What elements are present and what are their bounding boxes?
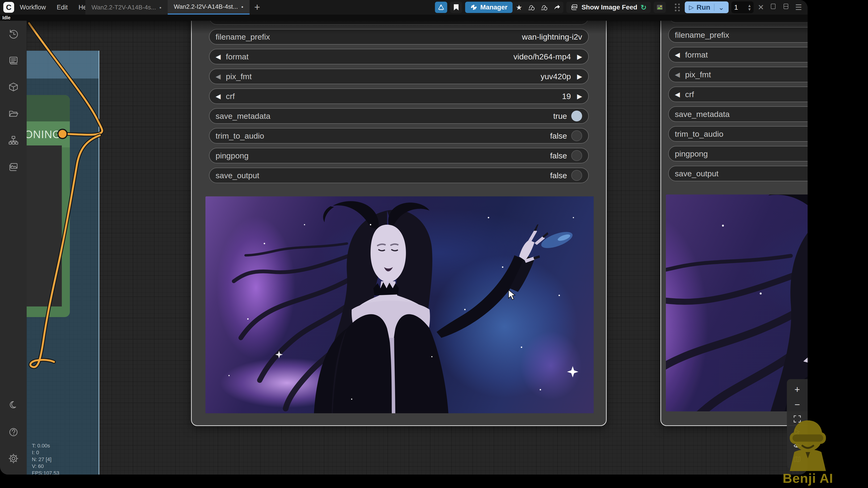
output-port[interactable] (57, 129, 68, 139)
right-arrow-icon[interactable]: ▶ (577, 92, 582, 100)
left-arrow-icon[interactable]: ◀ (216, 73, 221, 80)
video-preview[interactable] (206, 196, 594, 413)
widget-value: false (550, 171, 567, 180)
widget-value: 19 (562, 92, 571, 101)
divider (714, 4, 714, 11)
left-arrow-icon[interactable]: ◀ (216, 92, 221, 100)
bookmark-icon (453, 4, 460, 11)
sidebar-item-logs[interactable] (0, 51, 27, 70)
new-tab-button[interactable]: + (250, 0, 265, 14)
widget-value: false (550, 131, 567, 140)
status-text: Idle (2, 15, 10, 21)
widget-crf[interactable]: ◀ crf 19 ▶ (209, 88, 589, 104)
left-arrow-icon[interactable]: ◀ (675, 91, 680, 98)
widget-row-partial[interactable] (668, 21, 808, 23)
clean-cache-button[interactable] (538, 2, 551, 13)
left-arrow-icon[interactable]: ◀ (675, 51, 680, 59)
right-arrow-icon[interactable]: ▶ (577, 73, 582, 80)
widget-label: pix_fmt (685, 70, 711, 79)
zoom-out-button[interactable]: − (795, 400, 800, 409)
refresh-icon: ↻ (641, 3, 647, 11)
widget-pix-fmt[interactable]: ◀ pix_fmt (668, 67, 808, 82)
widget-format[interactable]: ◀ format video/h264-mp4 ▶ (209, 49, 589, 64)
hamburger-menu-button[interactable]: ☰ (794, 3, 803, 12)
menu-edit[interactable]: Edit (57, 4, 68, 11)
zoom-in-button[interactable]: + (795, 385, 800, 394)
panel-toggle-button[interactable] (768, 3, 778, 12)
split-frame-icon (782, 3, 789, 10)
widget-save-metadata[interactable]: save_metadata (668, 106, 808, 122)
video-preview[interactable] (666, 195, 808, 412)
menu-workflow[interactable]: Workflow (20, 4, 46, 11)
benji-mascot-icon (781, 417, 835, 471)
sidebar-item-history[interactable] (0, 25, 27, 43)
widget-save-output[interactable]: save_output false (209, 168, 589, 183)
manager-button[interactable]: Manager (465, 2, 513, 13)
log-book-icon (8, 55, 19, 66)
favorites-button[interactable]: ★ (513, 2, 525, 13)
widget-trim-to-audio[interactable]: trim_to_audio false (209, 128, 589, 143)
toggle-on[interactable] (571, 110, 582, 121)
widget-crf[interactable]: ◀ crf (668, 87, 808, 102)
left-arrow-icon[interactable]: ◀ (675, 71, 680, 78)
widget-save-output[interactable]: save_output (668, 166, 808, 181)
history-icon (8, 29, 19, 39)
mouse-cursor (507, 290, 517, 301)
help-button[interactable] (0, 423, 27, 442)
chevron-down-icon[interactable]: ⌄ (718, 3, 724, 11)
widget-save-metadata[interactable]: save_metadata true (209, 108, 589, 124)
batch-count-stepper[interactable]: 1 ▴ ▾ (732, 1, 753, 13)
video-combine-node-2[interactable]: filename_prefix ◀ format ◀ pix_fmt ◀ crf… (660, 21, 808, 426)
right-arrow-icon[interactable]: ▶ (577, 53, 582, 61)
toggle-off[interactable] (571, 150, 582, 161)
open-folder-icon (8, 108, 19, 119)
widget-filename-prefix[interactable]: filename_prefix (668, 27, 808, 43)
widget-pix-fmt[interactable]: ◀ pix_fmt yuv420p ▶ (209, 69, 589, 84)
share-button[interactable] (551, 2, 563, 13)
comfyui-logo-icon[interactable]: C (3, 2, 14, 13)
image-stack-icon (570, 3, 578, 11)
sidebar-item-workflows-folder[interactable] (0, 104, 27, 123)
sidebar-item-node-library[interactable] (0, 131, 27, 150)
gear-icon (8, 453, 19, 464)
widget-trim-to-audio[interactable]: trim_to_audio (668, 126, 808, 142)
drag-handle[interactable] (675, 3, 680, 11)
theme-toggle[interactable] (0, 396, 27, 415)
clean-vram-button[interactable] (525, 2, 538, 13)
play-icon: ▷ (689, 4, 694, 11)
widget-pingpong[interactable]: pingpong (668, 146, 808, 161)
toggle-off[interactable] (571, 170, 582, 181)
clear-queue-button[interactable]: ✕ (756, 3, 766, 12)
puzzle-icon (470, 4, 477, 11)
run-button[interactable]: ▷ Run ⌄ (685, 1, 728, 13)
tab-wan22-i2v[interactable]: Wan2.2-I2V-A14B-4st... ● (168, 0, 250, 14)
split-panel-button[interactable] (781, 3, 791, 12)
workspace-tool-button[interactable] (435, 2, 447, 13)
image-feed-thumbnail[interactable] (654, 2, 666, 13)
bookmark-button[interactable] (450, 2, 462, 13)
spin-down-icon[interactable]: ▾ (748, 7, 750, 11)
video-combine-node[interactable]: filename_prefix wan-lightning-i2v ◀ form… (191, 21, 607, 426)
vacuum-icon (540, 3, 548, 11)
sidebar (0, 21, 27, 475)
watermark: Benji AI (781, 417, 866, 472)
widget-label: pingpong (216, 151, 249, 160)
widget-pingpong[interactable]: pingpong false (209, 148, 589, 163)
settings-button[interactable] (0, 449, 27, 468)
photo-icon (656, 4, 663, 11)
widget-row-partial[interactable] (209, 21, 589, 25)
sidebar-item-models[interactable] (0, 78, 27, 97)
widget-label: trim_to_audio (216, 131, 264, 140)
sidebar-item-gallery[interactable] (0, 158, 27, 176)
tab-wan22-t2v[interactable]: Wan2.2-T2V-A14B-4s... ● (85, 0, 168, 14)
images-icon (8, 162, 19, 172)
widget-format[interactable]: ◀ format (668, 47, 808, 63)
widget-filename-prefix[interactable]: filename_prefix wan-lightning-i2v (209, 29, 589, 44)
tab-label: Wan2.2-T2V-A14B-4s... (92, 4, 156, 11)
preview-artwork (206, 196, 594, 413)
toggle-off[interactable] (571, 130, 582, 141)
node-canvas[interactable]: ONING filename_prefix wan-lightning-i2v … (27, 21, 808, 475)
node-tree-icon (8, 135, 19, 146)
show-image-feed-button[interactable]: Show Image Feed ↻ (566, 2, 651, 13)
left-arrow-icon[interactable]: ◀ (216, 53, 221, 61)
